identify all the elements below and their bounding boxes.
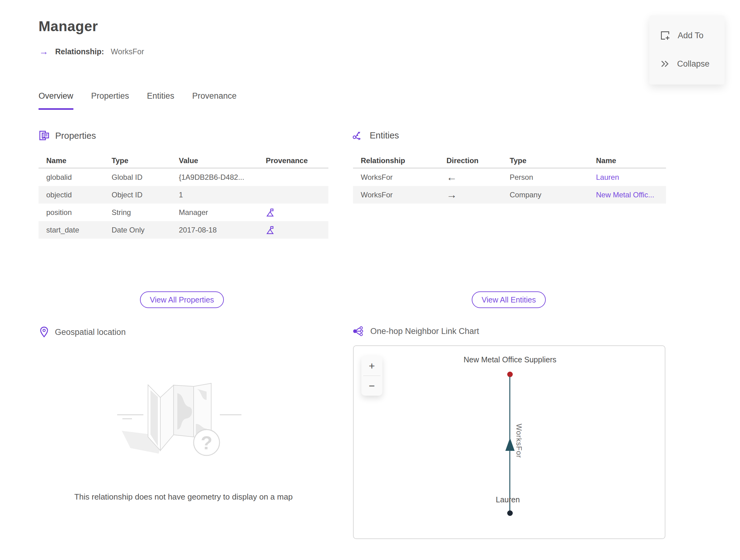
col-value: Value	[171, 156, 258, 165]
prop-provenance	[258, 225, 329, 235]
add-to-icon	[660, 30, 670, 41]
prop-name: start_date	[38, 226, 104, 235]
actions-panel: Add To Collapse	[649, 15, 725, 85]
view-all-properties-button[interactable]: View All Properties	[140, 291, 224, 308]
prop-name: position	[38, 208, 104, 217]
direction-arrow-icon: ←	[439, 171, 502, 183]
node-label-company: New Metal Office Suppliers	[463, 355, 556, 364]
add-to-label: Add To	[678, 31, 704, 40]
prop-name: globalid	[38, 173, 104, 182]
prop-type: Object ID	[104, 191, 171, 199]
prop-value: {1A9DB2B6-D482...	[171, 173, 258, 182]
link-chart-section-title: One-hop Neighbor Link Chart	[370, 326, 479, 336]
prop-value: 2017-08-18	[171, 226, 258, 235]
link-chart-canvas[interactable]: + − New Metal Office Suppliers WorksFor …	[353, 345, 665, 539]
entity-name-link[interactable]: Lauren	[588, 173, 666, 182]
table-row: position String Manager	[38, 203, 329, 221]
entities-section-header: Entities	[352, 130, 399, 141]
col-name: Name	[38, 156, 104, 165]
relationship-value: WorksFor	[111, 47, 144, 56]
node-label-person: Lauren	[496, 495, 520, 504]
page-title: Manager	[38, 18, 98, 34]
properties-table-header: Name Type Value Provenance	[38, 154, 329, 168]
col-provenance: Provenance	[258, 156, 329, 165]
map-placeholder-illustration: ?	[103, 365, 271, 487]
col-name: Name	[588, 156, 666, 165]
table-row: WorksFor → Company New Metal Offic...	[353, 186, 666, 203]
add-to-button[interactable]: Add To	[649, 24, 725, 47]
question-mark-glyph: ?	[201, 432, 212, 453]
table-row: objectid Object ID 1	[38, 186, 329, 203]
zoom-in-button[interactable]: +	[361, 356, 382, 376]
col-direction: Direction	[439, 156, 502, 165]
entities-table-header: Relationship Direction Type Name	[353, 154, 666, 168]
tab-bar: Overview Properties Entities Provenance	[38, 91, 237, 110]
prop-name: objectid	[38, 191, 104, 199]
relationship-arrow-icon: →	[39, 47, 49, 56]
provenance-flag-icon[interactable]	[266, 225, 275, 235]
prop-type: String	[104, 208, 171, 217]
prop-value: 1	[171, 191, 258, 199]
edge-arrowhead-icon	[505, 438, 515, 451]
entity-type: Person	[502, 173, 588, 182]
zoom-control: + −	[361, 356, 382, 396]
table-row: start_date Date Only 2017-08-18	[38, 221, 329, 239]
collapse-icon	[660, 60, 670, 68]
tab-provenance[interactable]: Provenance	[192, 91, 237, 110]
tab-properties[interactable]: Properties	[91, 91, 129, 110]
properties-section-header: Properties	[38, 130, 96, 141]
link-chart-section-header: One-hop Neighbor Link Chart	[352, 326, 479, 336]
properties-table: Name Type Value Provenance globalid Glob…	[38, 154, 329, 239]
entity-relationship: WorksFor	[353, 191, 439, 199]
col-type: Type	[502, 156, 588, 165]
edge-label: WorksFor	[515, 424, 523, 458]
geospatial-section-header: Geospatial location	[39, 326, 126, 338]
prop-value: Manager	[171, 208, 258, 217]
relationship-subtitle: → Relationship: WorksFor	[39, 47, 144, 56]
collapse-button[interactable]: Collapse	[649, 53, 725, 75]
relationship-label: Relationship:	[55, 47, 104, 56]
table-row: WorksFor ← Person Lauren	[353, 168, 666, 186]
link-chart-icon	[352, 326, 364, 336]
entities-icon	[352, 130, 364, 141]
graph-node-person[interactable]	[507, 510, 513, 516]
view-all-entities-button[interactable]: View All Entities	[472, 291, 546, 308]
col-type: Type	[104, 156, 171, 165]
entities-section-title: Entities	[370, 130, 399, 141]
col-relationship: Relationship	[353, 156, 439, 165]
prop-type: Date Only	[104, 226, 171, 235]
prop-provenance	[258, 208, 329, 217]
direction-arrow-icon: →	[439, 189, 502, 201]
tab-entities[interactable]: Entities	[147, 91, 175, 110]
prop-type: Global ID	[104, 173, 171, 182]
properties-icon	[38, 130, 50, 141]
table-row: globalid Global ID {1A9DB2B6-D482...	[38, 168, 329, 186]
properties-section-title: Properties	[55, 131, 96, 141]
entities-table: Relationship Direction Type Name WorksFo…	[353, 154, 666, 203]
no-geometry-message: This relationship does not have geometry…	[38, 492, 329, 502]
provenance-flag-icon[interactable]	[266, 208, 275, 217]
entity-relationship: WorksFor	[353, 173, 439, 182]
geospatial-section-title: Geospatial location	[55, 328, 126, 337]
map-pin-icon	[39, 326, 49, 338]
entity-type: Company	[502, 191, 588, 199]
tab-overview[interactable]: Overview	[38, 91, 73, 110]
entity-name-link[interactable]: New Metal Offic...	[588, 191, 666, 199]
zoom-out-button[interactable]: −	[361, 376, 382, 396]
collapse-label: Collapse	[677, 59, 710, 69]
